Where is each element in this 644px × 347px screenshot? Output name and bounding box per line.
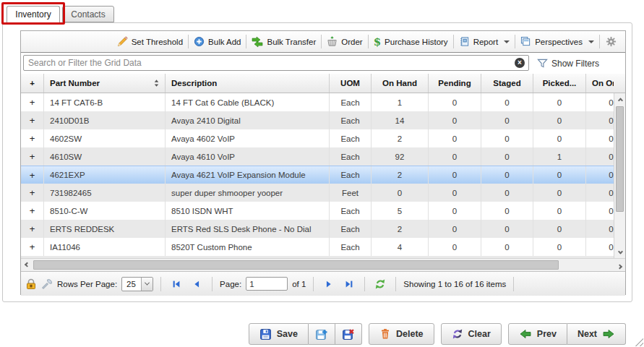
cell-picked: 0 xyxy=(533,202,586,220)
cell-on-hand: 2 xyxy=(372,166,429,184)
report-dropdown-button[interactable]: Report xyxy=(454,33,515,51)
delete-button[interactable]: Delete xyxy=(369,323,434,345)
set-threshold-button[interactable]: Set Threshold xyxy=(112,33,188,51)
vertical-scroll-thumb[interactable] xyxy=(616,106,624,212)
first-page-button[interactable] xyxy=(168,276,184,292)
column-header-pending[interactable]: Pending xyxy=(429,74,481,93)
inventory-app: { "tabs": { "inventory": "Inventory", "c… xyxy=(0,0,644,347)
save-close-icon xyxy=(342,328,354,340)
pagination-bar: Rows Per Page: 25 Page: of 1 Showing 1 t… xyxy=(21,271,625,296)
rows-per-page-select[interactable]: 25 xyxy=(121,277,153,291)
perspectives-dropdown-button[interactable]: Perspectives xyxy=(515,33,599,51)
page-number-input[interactable] xyxy=(246,277,288,291)
tab-inventory[interactable]: Inventory xyxy=(7,6,60,23)
search-input[interactable] xyxy=(23,55,529,71)
cell-pending: 0 xyxy=(429,166,481,184)
cell-description: 14 FT Cat 6 Cable (BLACK) xyxy=(166,93,330,111)
column-header-part-number[interactable]: Part Number xyxy=(44,74,166,93)
next-page-button[interactable] xyxy=(321,276,337,292)
wrench-icon[interactable] xyxy=(41,278,53,290)
table-row[interactable]: +IA110468520T Custom PhoneEach40000 xyxy=(21,238,614,256)
cell-description: Avaya 4602 VoIP xyxy=(166,129,330,147)
bulk-add-button[interactable]: Bulk Add xyxy=(189,33,246,51)
next-button[interactable]: Next xyxy=(567,323,626,345)
arrow-right-icon xyxy=(602,328,615,340)
row-expand-toggle[interactable]: + xyxy=(21,202,44,220)
save-and-add-button[interactable] xyxy=(309,323,335,345)
column-header-on-hand[interactable]: On Hand xyxy=(372,74,429,93)
column-header-on-order[interactable]: On Order xyxy=(586,74,614,93)
cell-picked: 0 xyxy=(533,220,586,238)
cell-staged: 0 xyxy=(481,166,533,184)
pagination-separator xyxy=(212,277,212,291)
row-expand-toggle[interactable]: + xyxy=(21,220,44,238)
cell-picked: 0 xyxy=(533,166,586,184)
row-expand-toggle[interactable]: + xyxy=(21,147,44,166)
gear-icon xyxy=(606,36,617,47)
scroll-up-icon[interactable] xyxy=(614,93,626,105)
row-expand-toggle[interactable]: + xyxy=(21,111,44,129)
row-expand-toggle[interactable]: + xyxy=(21,93,44,111)
plus-circle-icon xyxy=(194,36,205,47)
cell-on-hand: 2 xyxy=(372,129,429,147)
sort-icon[interactable] xyxy=(153,79,160,87)
clear-button[interactable]: Clear xyxy=(441,323,502,345)
save-add-icon xyxy=(315,328,327,340)
next-label: Next xyxy=(578,329,597,339)
row-expand-toggle[interactable]: + xyxy=(21,166,44,184)
rows-per-page-value: 25 xyxy=(122,278,141,291)
cell-part-number: 14 FT CAT6-B xyxy=(44,93,166,111)
cell-uom: Each xyxy=(330,93,372,111)
window-resize-handle[interactable] xyxy=(633,336,643,346)
tab-contacts[interactable]: Contacts xyxy=(62,6,114,22)
horizontal-scrollbar[interactable] xyxy=(21,258,625,271)
clear-search-icon[interactable]: × xyxy=(515,58,525,68)
table-row[interactable]: +4621EXPAvaya 4621 VoIP Expansion Module… xyxy=(21,166,614,184)
row-expand-toggle[interactable]: + xyxy=(21,238,44,256)
cell-uom: Each xyxy=(330,220,372,238)
cell-part-number: 731982465 xyxy=(44,184,166,202)
table-row[interactable]: +14 FT CAT6-B14 FT Cat 6 Cable (BLACK)Ea… xyxy=(21,93,614,111)
cell-description: Avaya 2410 Digital xyxy=(166,111,330,129)
table-row[interactable]: +4610SWAvaya 4610 VoIPEach920010 xyxy=(21,147,614,166)
vertical-scrollbar[interactable] xyxy=(614,93,625,258)
lock-icon[interactable] xyxy=(25,278,37,290)
table-row[interactable]: +8510-C-W8510 ISDN WHTEach50000 xyxy=(21,202,614,220)
column-header-uom[interactable]: UOM xyxy=(330,74,372,93)
cell-part-number: 4621EXP xyxy=(44,166,166,184)
last-page-button[interactable] xyxy=(341,276,357,292)
save-button[interactable]: Save xyxy=(249,323,309,345)
cell-on-order: 0 xyxy=(586,238,614,256)
cell-staged: 0 xyxy=(481,93,533,111)
chevron-down-icon xyxy=(588,40,594,43)
save-and-close-button[interactable] xyxy=(335,323,362,345)
cell-description: 8510 ISDN WHT xyxy=(166,202,330,220)
purchase-history-label: Purchase History xyxy=(385,38,448,46)
column-header-picked[interactable]: Picked... xyxy=(533,74,586,93)
purchase-history-button[interactable]: $ Purchase History xyxy=(369,33,453,51)
bulk-transfer-button[interactable]: Bulk Transfer xyxy=(246,33,321,51)
tab-inventory-label: Inventory xyxy=(15,9,51,20)
column-header-staged[interactable]: Staged xyxy=(481,74,533,93)
previous-page-button[interactable] xyxy=(189,276,205,292)
cell-staged: 0 xyxy=(481,147,533,166)
grid-settings-button[interactable] xyxy=(606,36,617,47)
horizontal-scroll-thumb[interactable] xyxy=(33,260,559,270)
scroll-down-icon[interactable] xyxy=(614,247,626,258)
refresh-button[interactable] xyxy=(372,276,388,292)
show-filters-button[interactable]: Show Filters xyxy=(537,53,599,74)
table-row[interactable]: +4602SWAvaya 4602 VoIPEach20000 xyxy=(21,129,614,147)
cell-on-order: 0 xyxy=(586,184,614,202)
column-header-description[interactable]: Description xyxy=(166,74,330,93)
scroll-right-icon[interactable] xyxy=(614,260,625,271)
row-expand-toggle[interactable]: + xyxy=(21,184,44,202)
cell-part-number: 4602SW xyxy=(44,129,166,147)
table-row[interactable]: +ERTS REDDESKERTS Red SLS Desk Phone - N… xyxy=(21,220,614,238)
cell-on-hand: 2 xyxy=(372,220,429,238)
scroll-left-icon[interactable] xyxy=(21,260,33,271)
row-expand-toggle[interactable]: + xyxy=(21,129,44,147)
table-row[interactable]: +2410D01BAvaya 2410 DigitalEach140000 xyxy=(21,111,614,129)
order-button[interactable]: Order xyxy=(322,33,367,51)
table-row[interactable]: +731982465super duper shmooper yooperFee… xyxy=(21,184,614,202)
prev-button[interactable]: Prev xyxy=(508,323,567,345)
